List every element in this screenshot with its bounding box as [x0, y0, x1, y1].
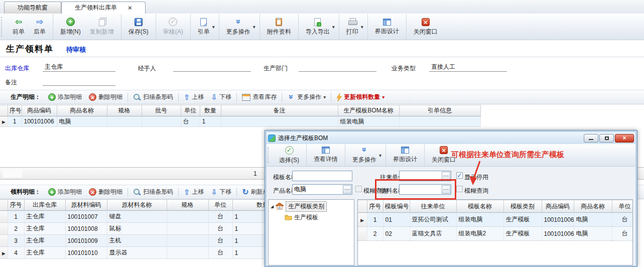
column-header[interactable]: 商品编码: [22, 105, 57, 116]
copy-new-button[interactable]: 复制新增: [85, 17, 118, 38]
ref-doc-button[interactable]: 引单: [193, 17, 214, 38]
more-actions-button[interactable]: 更多操作: [222, 17, 255, 38]
column-header[interactable]: 单位: [208, 200, 232, 211]
delete-row-button[interactable]: 删除明细: [85, 188, 126, 196]
magnifier-icon: [133, 188, 141, 196]
move-up-button[interactable]: ⇧ 上移: [180, 93, 208, 101]
add-row-button[interactable]: 添加明细: [45, 93, 85, 101]
column-header[interactable]: 商品名称: [574, 200, 612, 213]
fuzzy-product-checkbox[interactable]: [355, 186, 362, 192]
maximize-button[interactable]: [599, 134, 614, 143]
chevron-down-icon[interactable]: ▾: [361, 24, 363, 30]
column-header[interactable]: 模板编号: [383, 200, 410, 213]
column-header[interactable]: 序号: [8, 200, 24, 211]
move-down-button[interactable]: ⇩ 下移: [208, 188, 235, 196]
dialog-titlebar[interactable]: 选择生产模板BOM ×: [267, 132, 635, 144]
column-header[interactable]: 单位: [612, 200, 633, 213]
scan-barcode-button[interactable]: 扫描条形码: [130, 93, 177, 101]
table-row[interactable]: 2 02 蓝猫文具店 组装电脑2 生产模板 100101006 电脑 台: [358, 227, 633, 241]
minimize-button[interactable]: [584, 134, 598, 143]
column-header[interactable]: 模板类别: [503, 200, 542, 213]
tree-node-label[interactable]: 生产模板: [294, 213, 318, 222]
fuzzy-material-checkbox[interactable]: [456, 186, 463, 192]
table-row[interactable]: ▶ 4 主仓库 100101010 显示器 台 1: [0, 247, 293, 259]
material-name-input[interactable]: [401, 186, 441, 193]
column-header[interactable]: 商品编码: [542, 200, 574, 213]
table-row[interactable]: 3 主仓库 100101009 主机 台 1: [0, 235, 293, 247]
table-row[interactable]: ▶ 1 01 亚拓公司测试 组装电脑 生产模板 100101006 电脑 台: [358, 213, 633, 227]
chevron-down-icon[interactable]: ▾: [212, 24, 215, 30]
column-header[interactable]: 序号: [8, 105, 22, 116]
template-name-input[interactable]: [294, 172, 350, 180]
chevron-down-icon[interactable]: ▾: [379, 153, 381, 158]
column-header[interactable]: 序号: [367, 200, 383, 213]
column-header[interactable]: 批号: [142, 105, 181, 116]
column-header[interactable]: 数量: [200, 105, 221, 116]
warehouse-field[interactable]: 主仓库: [43, 61, 115, 72]
ui-design-button[interactable]: 界面设计: [389, 145, 422, 165]
column-header[interactable]: 规格: [167, 200, 208, 211]
tab-close-icon[interactable]: ×: [128, 5, 132, 11]
move-down-button[interactable]: ⇩ 下移: [208, 93, 235, 101]
handler-label: 经手人: [138, 64, 156, 73]
prev-doc-button[interactable]: ⇦ 前单: [8, 16, 29, 38]
handler-field[interactable]: [173, 61, 251, 72]
update-material-qty-button[interactable]: 更新领料数量 ▾: [333, 93, 388, 101]
delete-row-button[interactable]: 删除明细: [85, 93, 126, 101]
view-details-button[interactable]: 查看详情: [309, 145, 342, 165]
print-button[interactable]: 打印: [342, 17, 363, 38]
template-name-input[interactable]: [292, 171, 352, 181]
column-header[interactable]: 出库仓库: [24, 200, 65, 211]
column-header[interactable]: 商品名称: [57, 105, 107, 116]
biztype-field[interactable]: 直接人工: [429, 61, 507, 72]
department-field[interactable]: [299, 61, 376, 72]
more-actions-button[interactable]: 更多操作: [348, 145, 381, 166]
more-actions-button[interactable]: 更多操作 ▾: [284, 93, 329, 101]
audit-button[interactable]: 审核(A): [159, 16, 188, 38]
tree-node-label[interactable]: 生产模板类别: [286, 201, 327, 212]
add-row-button[interactable]: 添加明细: [45, 188, 85, 196]
dialog-close-button[interactable]: ×: [615, 134, 634, 143]
column-header[interactable]: 备注: [221, 105, 338, 116]
tab-function-nav[interactable]: 功能导航窗: [4, 2, 61, 14]
table-row[interactable]: ▶ 1 100101006 电脑 台 1 组装电脑: [0, 116, 480, 127]
next-doc-button[interactable]: ⇨ 后单: [29, 16, 50, 38]
move-up-button[interactable]: ⇧ 上移: [180, 188, 208, 196]
column-header[interactable]: 单位: [181, 105, 200, 116]
column-header[interactable]: 规格: [107, 105, 142, 116]
view-stock-button[interactable]: 查看库存: [238, 93, 280, 101]
partner-input[interactable]: ⋯: [399, 171, 451, 181]
chevron-down-icon[interactable]: ▾: [332, 24, 335, 30]
tree-node-root[interactable]: ◢ 生产模板类别: [269, 201, 354, 212]
scan-barcode-button[interactable]: 扫描条形码: [130, 188, 177, 196]
add-new-button[interactable]: 新增(N): [56, 16, 85, 38]
material-name-input[interactable]: ⋯: [399, 184, 451, 195]
column-header[interactable]: 原材料编码: [65, 200, 107, 211]
product-name-input[interactable]: [294, 186, 342, 193]
column-header[interactable]: 引单信息: [399, 105, 480, 116]
divider: [236, 93, 237, 102]
column-header[interactable]: 往来单位: [410, 200, 456, 213]
save-button[interactable]: 保存(S): [124, 17, 153, 38]
table-row[interactable]: 1 主仓库 100101007 键盘 台 1: [0, 211, 293, 223]
attachments-button[interactable]: 附件资料: [263, 17, 296, 38]
ui-design-button[interactable]: 界面设计: [370, 17, 404, 37]
tree-expander-icon[interactable]: ◢: [271, 204, 274, 209]
import-export-button[interactable]: 导入导出: [301, 17, 334, 38]
table-row[interactable]: 2 主仓库 100101008 鼠标 台 1: [0, 223, 293, 235]
chevron-down-icon[interactable]: ▾: [253, 24, 255, 30]
column-header[interactable]: 生产模板BOM名称: [338, 105, 399, 116]
product-lookup-button[interactable]: ⋯: [343, 185, 351, 194]
remark-field[interactable]: [43, 75, 115, 86]
product-name-input[interactable]: ⋯: [292, 184, 352, 195]
tab-production-outbound[interactable]: 生产领料出库单 ×: [61, 2, 146, 14]
column-header[interactable]: 模板名称: [456, 200, 503, 213]
tree-node-child[interactable]: 生产模板: [269, 212, 354, 223]
partner-lookup-button[interactable]: ⋯: [442, 172, 450, 180]
column-header[interactable]: 原材料名称: [107, 200, 167, 211]
show-disabled-checkbox[interactable]: [456, 172, 463, 179]
select-button[interactable]: 选择(S): [275, 145, 304, 166]
partner-input[interactable]: [401, 172, 441, 180]
close-window-button[interactable]: 关闭窗口: [409, 17, 442, 38]
material-lookup-button[interactable]: ⋯: [442, 185, 450, 194]
